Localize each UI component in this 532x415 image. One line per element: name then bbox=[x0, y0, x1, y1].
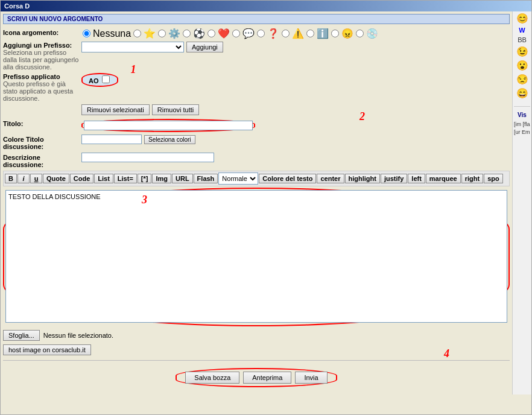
icon-radio-8[interactable] bbox=[282, 30, 290, 37]
color-field: Seleziona colori bbox=[81, 135, 510, 144]
icon-radio-6[interactable] bbox=[232, 30, 240, 37]
emoji-smiley-2[interactable]: 😉 bbox=[516, 46, 528, 57]
title-input[interactable]: TITOLO bbox=[84, 121, 253, 130]
save-draft-button[interactable]: Salva bozza bbox=[185, 372, 239, 384]
left-panel: SCRIVI UN NUOVO ARGOMENTO Icona argoment… bbox=[1, 11, 512, 394]
justify-button[interactable]: justify bbox=[381, 174, 407, 183]
icon-radio-11[interactable] bbox=[356, 30, 364, 37]
applied-prefix-value: AO bbox=[81, 73, 118, 87]
icon-speech: 💬 bbox=[242, 28, 255, 39]
host-row: host image on corsaclub.it bbox=[3, 344, 510, 355]
icon-star: ⭐ bbox=[144, 28, 156, 39]
emoji-smiley-3[interactable]: 😮 bbox=[516, 60, 528, 71]
icon-warning: ⚠️ bbox=[292, 28, 304, 39]
prefix-sublabel: Seleziona un prefisso dalla lista per ag… bbox=[3, 49, 81, 71]
icon-soccer: ⚽ bbox=[193, 28, 205, 39]
img-button[interactable]: Img bbox=[152, 174, 171, 183]
size-select[interactable]: NormalePiccoloGrande bbox=[218, 173, 258, 185]
prefix-field: Aggiungi bbox=[81, 42, 510, 52]
underline-button[interactable]: u bbox=[30, 174, 42, 183]
star-button[interactable]: [*] bbox=[138, 174, 152, 183]
window-title: Corsa D bbox=[4, 2, 30, 10]
vis-label: Vis bbox=[514, 112, 530, 118]
submit-button[interactable]: Invia bbox=[295, 372, 327, 384]
host-image-button[interactable]: host image on corsaclub.it bbox=[3, 344, 91, 355]
list-button[interactable]: List bbox=[94, 174, 113, 183]
title-label: Titolo: bbox=[3, 119, 81, 127]
emoji-smiley-4[interactable]: 😒 bbox=[516, 74, 528, 85]
left-button[interactable]: left bbox=[408, 174, 425, 183]
icon-nessuna-label: Nessuna bbox=[93, 28, 131, 39]
applied-prefix-row: Prefisso applicato Questo prefisso è già… bbox=[3, 73, 510, 102]
title-row: Titolo: TITOLO 2 bbox=[3, 119, 510, 132]
no-file-text: Nessun file selezionato. bbox=[43, 332, 113, 339]
title-field: TITOLO 2 bbox=[81, 119, 510, 132]
list-eq-button[interactable]: List= bbox=[114, 174, 137, 183]
remove-selected-button[interactable]: Rimuovi selezionati bbox=[81, 104, 150, 115]
icon-radio-5[interactable] bbox=[207, 30, 215, 37]
prefix-select[interactable] bbox=[81, 42, 184, 52]
editor-textarea[interactable]: TESTO DELLA DISCUSSIONE bbox=[5, 190, 507, 323]
color-row: Colore Titolo discussione: Seleziona col… bbox=[3, 135, 510, 150]
emoji-smiley-1[interactable]: 😊 bbox=[516, 13, 528, 24]
description-label: Descrizione discussione: bbox=[3, 153, 81, 168]
color-input[interactable] bbox=[81, 135, 142, 144]
icon-radio-3[interactable] bbox=[158, 30, 166, 37]
right-button[interactable]: right bbox=[461, 174, 483, 183]
emoji-smiley-5[interactable]: 😄 bbox=[516, 87, 528, 99]
italic-button[interactable]: i bbox=[17, 174, 30, 183]
annotation-2: 2 bbox=[359, 110, 365, 123]
remove-all-button[interactable]: Rimuovi tutti bbox=[152, 104, 200, 115]
color-select-button[interactable]: Seleziona colori bbox=[144, 135, 195, 144]
prefix-checkbox[interactable] bbox=[102, 75, 110, 83]
icon-radio-10[interactable] bbox=[331, 30, 339, 37]
color-del-testo-button[interactable]: Colore del testo bbox=[259, 174, 316, 183]
description-input[interactable] bbox=[81, 153, 214, 162]
spo-button[interactable]: spo bbox=[484, 174, 503, 183]
remove-buttons-row: Rimuovi selezionati Rimuovi tutti bbox=[81, 104, 510, 115]
code-button[interactable]: Code bbox=[70, 174, 94, 183]
icon-row: Icona argomento: Nessuna ⭐ ⚙️ ⚽ ❤️ 💬 ❓ bbox=[3, 28, 510, 39]
icon-cd: 💿 bbox=[366, 28, 378, 39]
icon-radio-4[interactable] bbox=[183, 30, 191, 37]
bold-button[interactable]: B bbox=[5, 174, 17, 183]
applied-prefix-field: AO 1 bbox=[81, 73, 510, 87]
icon-radio-9[interactable] bbox=[306, 30, 314, 37]
icon-radio-7[interactable] bbox=[257, 30, 265, 37]
icon-heart: ❤️ bbox=[218, 28, 230, 39]
prefix-label: Aggiungi un Prefisso: Seleziona un prefi… bbox=[3, 42, 81, 71]
icon-radio-nessuna[interactable] bbox=[83, 30, 90, 37]
marquee-button[interactable]: marquee bbox=[426, 174, 461, 183]
file-upload-row: Sfoglia... Nessun file selezionato. bbox=[3, 330, 510, 341]
prefix-add-button[interactable]: Aggiungi bbox=[186, 42, 223, 52]
icon-angry: 😠 bbox=[341, 28, 353, 39]
color-label: Colore Titolo discussione: bbox=[3, 135, 81, 150]
title-bar: Corsa D bbox=[1, 1, 531, 11]
bb-icon: BB bbox=[518, 36, 527, 43]
browse-button[interactable]: Sfoglia... bbox=[3, 330, 40, 341]
flash-button[interactable]: Flash bbox=[194, 174, 218, 183]
bb-codes: [im [fla [ur Em bbox=[514, 121, 530, 136]
preview-button[interactable]: Anteprima bbox=[243, 372, 291, 384]
icon-label: Icona argomento: bbox=[3, 28, 81, 36]
icon-gear: ⚙️ bbox=[168, 28, 180, 39]
section-header: SCRIVI UN NUOVO ARGOMENTO bbox=[3, 14, 510, 24]
applied-prefix-label: Prefisso applicato Questo prefisso è già… bbox=[3, 73, 81, 102]
main-window: Corsa D SCRIVI UN NUOVO ARGOMENTO Icona … bbox=[0, 0, 532, 415]
right-panel: 😊 W BB 😉 😮 😒 😄 Vis [im [fla [ur Em bbox=[512, 11, 531, 394]
quote-button[interactable]: Quote bbox=[43, 174, 69, 183]
icon-radio-2[interactable] bbox=[133, 30, 141, 37]
editor-toolbar: B i u Quote Code List List= [*] Img URL … bbox=[3, 171, 510, 186]
annotation-3: 3 bbox=[142, 194, 147, 206]
bottom-buttons-row: 4 Salva bozza Anteprima Invia bbox=[3, 360, 510, 392]
icon-field: Nessuna ⭐ ⚙️ ⚽ ❤️ 💬 ❓ ⚠️ ℹ️ bbox=[81, 28, 510, 39]
highlight-button[interactable]: highlight bbox=[345, 174, 380, 183]
url-button[interactable]: URL bbox=[172, 174, 193, 183]
annotation-1: 1 bbox=[131, 63, 136, 76]
center-button[interactable]: center bbox=[317, 174, 344, 183]
icon-info: ℹ️ bbox=[317, 28, 329, 39]
w-icon[interactable]: W bbox=[519, 27, 525, 34]
description-field bbox=[81, 153, 510, 162]
editor-wrapper: TESTO DELLA DISCUSSIONE 3 bbox=[3, 188, 510, 326]
annotation-4: 4 bbox=[444, 347, 449, 360]
